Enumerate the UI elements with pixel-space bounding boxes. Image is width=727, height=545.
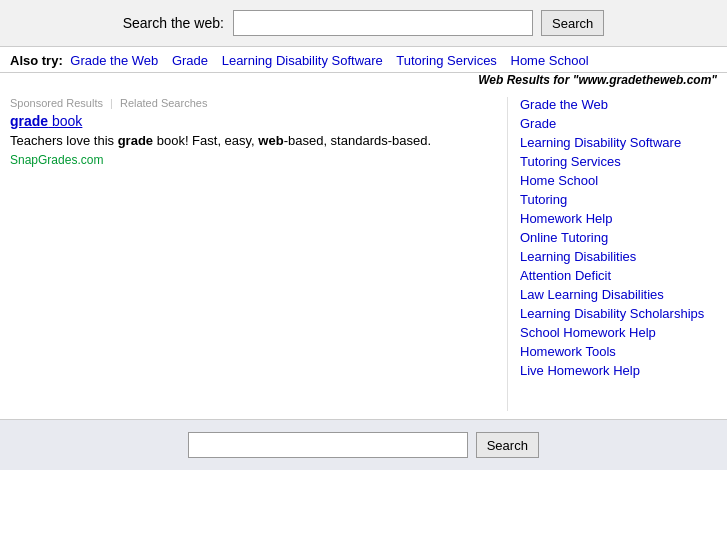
pipe-separator: | <box>110 97 113 109</box>
related-link-12[interactable]: Learning Disability Scholarships <box>520 306 717 321</box>
web-results-query: "www.gradetheweb.com" <box>573 73 717 87</box>
also-try-label: Also try: <box>10 53 63 68</box>
related-link-10[interactable]: Attention Deficit <box>520 268 717 283</box>
also-try-link-learning-disability-software[interactable]: Learning Disability Software <box>222 53 383 68</box>
related-link-15[interactable]: Live Homework Help <box>520 363 717 378</box>
result-desc: Teachers love this grade book! Fast, eas… <box>10 132 487 150</box>
result-desc-bold1: grade <box>118 133 153 148</box>
related-link-11[interactable]: Law Learning Disabilities <box>520 287 717 302</box>
result-title-bold: grade <box>10 113 48 129</box>
right-sidebar: Grade the Web Grade Learning Disability … <box>507 97 717 411</box>
web-results-text: Web Results for <box>478 73 572 87</box>
top-search-button[interactable]: Search <box>541 10 604 36</box>
related-link-13[interactable]: School Homework Help <box>520 325 717 340</box>
also-try-link-grade[interactable]: Grade <box>172 53 208 68</box>
search-web-label: Search the web: <box>123 15 224 31</box>
related-link-5[interactable]: Home School <box>520 173 717 188</box>
also-try-bar: Also try: Grade the Web Grade Learning D… <box>0 47 727 73</box>
related-link-2[interactable]: Grade <box>520 116 717 131</box>
related-link-7[interactable]: Homework Help <box>520 211 717 226</box>
left-results: Sponsored Results | Related Searches gra… <box>10 97 507 411</box>
result-url: SnapGrades.com <box>10 153 487 167</box>
related-link-9[interactable]: Learning Disabilities <box>520 249 717 264</box>
related-link-1[interactable]: Grade the Web <box>520 97 717 112</box>
main-content: Sponsored Results | Related Searches gra… <box>0 89 727 419</box>
sponsored-label: Sponsored Results | Related Searches <box>10 97 487 109</box>
related-link-4[interactable]: Tutoring Services <box>520 154 717 169</box>
related-link-6[interactable]: Tutoring <box>520 192 717 207</box>
also-try-link-grade-the-web[interactable]: Grade the Web <box>70 53 158 68</box>
bottom-search-input[interactable] <box>188 432 468 458</box>
result-item: grade book Teachers love this grade book… <box>10 113 487 167</box>
top-search-input[interactable] <box>233 10 533 36</box>
bottom-search-button[interactable]: Search <box>476 432 539 458</box>
also-try-link-tutoring-services[interactable]: Tutoring Services <box>396 53 497 68</box>
also-try-link-home-school[interactable]: Home School <box>511 53 589 68</box>
web-results-label: Web Results for "www.gradetheweb.com" <box>0 73 727 89</box>
result-desc-bold2: web <box>258 133 283 148</box>
result-title-rest: book <box>48 113 82 129</box>
top-search-bar: Search the web: Search <box>0 0 727 47</box>
related-link-14[interactable]: Homework Tools <box>520 344 717 359</box>
related-link-3[interactable]: Learning Disability Software <box>520 135 717 150</box>
result-title: grade book <box>10 113 487 129</box>
bottom-search-bar: Search <box>0 419 727 470</box>
result-link[interactable]: grade book <box>10 113 82 129</box>
related-link-8[interactable]: Online Tutoring <box>520 230 717 245</box>
